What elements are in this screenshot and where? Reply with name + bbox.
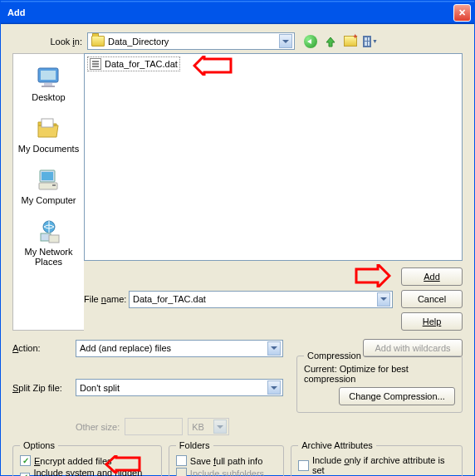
svg-rect-11 bbox=[49, 235, 59, 243]
places-desktop-label: Desktop bbox=[32, 92, 65, 102]
svg-rect-2 bbox=[44, 83, 52, 86]
file-item[interactable]: Data_for_TAC.dat bbox=[87, 56, 180, 71]
lookin-dropdown-button[interactable] bbox=[279, 34, 292, 48]
options-fieldset: Options Encrypt added files Include syst… bbox=[12, 440, 162, 476]
view-icon bbox=[363, 36, 371, 47]
compression-fieldset: Compression Current: Optimize for best c… bbox=[296, 351, 463, 413]
back-button[interactable] bbox=[303, 34, 318, 49]
my-network-places-icon bbox=[36, 218, 62, 245]
include-hidden-checkbox-row[interactable]: Include system and hidden files bbox=[20, 468, 154, 476]
lookin-label: Look in: bbox=[12, 37, 87, 47]
compression-legend: Compression bbox=[304, 351, 365, 361]
include-only-archive-label: Include only if archive attribute is set bbox=[312, 455, 455, 475]
up-one-level-button[interactable] bbox=[323, 34, 338, 49]
up-arrow-icon bbox=[324, 35, 337, 48]
places-my-computer[interactable]: My Computer bbox=[19, 164, 77, 209]
bottom-fieldset-row: Options Encrypt added files Include syst… bbox=[12, 440, 463, 476]
places-bar: Desktop My Documents My Computer bbox=[12, 53, 84, 331]
chevron-down-icon: ▼ bbox=[372, 38, 378, 44]
svg-rect-3 bbox=[42, 86, 55, 87]
include-subfolders-label: Include subfolders bbox=[190, 469, 264, 477]
nav-icons: ▼ bbox=[303, 34, 378, 49]
titlebar[interactable]: Add ✕ bbox=[1, 1, 474, 24]
include-only-archive-row[interactable]: Include only if archive attribute is set bbox=[298, 455, 455, 475]
other-size-unit: KB bbox=[192, 422, 204, 432]
back-icon bbox=[304, 35, 317, 48]
split-combo[interactable]: Don't split bbox=[76, 379, 283, 396]
annotation-arrow-file bbox=[193, 56, 233, 76]
other-size-row: Other size: KB bbox=[76, 418, 463, 435]
filename-dropdown-button[interactable] bbox=[377, 292, 390, 307]
svg-rect-6 bbox=[42, 172, 53, 180]
encrypt-label: Encrypt added files bbox=[34, 456, 112, 466]
other-size-unit-dropdown bbox=[213, 420, 227, 434]
my-documents-icon bbox=[35, 115, 61, 142]
my-computer-icon bbox=[36, 167, 62, 194]
save-full-path-row[interactable]: Save full path info bbox=[176, 455, 277, 466]
help-button[interactable]: Help bbox=[401, 312, 463, 331]
desktop-icon bbox=[35, 64, 61, 91]
cancel-button[interactable]: Cancel bbox=[401, 290, 463, 308]
filename-label: File name: bbox=[84, 294, 129, 304]
close-button[interactable]: ✕ bbox=[453, 4, 471, 22]
archive-attributes-fieldset: Archive Attributes Include only if archi… bbox=[291, 440, 463, 476]
split-value: Don't split bbox=[80, 383, 120, 393]
lower-area: Action: Add (and replace) files Add with… bbox=[12, 339, 463, 476]
include-hidden-label: Include system and hidden files bbox=[33, 468, 154, 476]
split-dropdown-button[interactable] bbox=[267, 380, 281, 395]
split-label: Split Zip file: bbox=[12, 383, 69, 393]
lookin-combo[interactable]: Data_Directory bbox=[87, 32, 295, 50]
other-size-label: Other size: bbox=[76, 422, 120, 432]
action-dropdown-button[interactable] bbox=[267, 341, 281, 356]
places-desktop[interactable]: Desktop bbox=[30, 61, 66, 106]
folders-fieldset: Folders Save full path info Include subf… bbox=[169, 440, 284, 476]
main-buttons: Add Cancel Help bbox=[401, 267, 463, 331]
other-size-unit-combo: KB bbox=[188, 418, 229, 435]
split-row: Split Zip file: Don't split Compression … bbox=[12, 362, 463, 413]
action-combo[interactable]: Add (and replace) files bbox=[76, 340, 283, 357]
annotation-arrow-add bbox=[355, 264, 391, 287]
lookin-value: Data_Directory bbox=[108, 37, 169, 47]
file-list[interactable]: Data_for_TAC.dat bbox=[84, 53, 463, 261]
encrypt-checkbox-row[interactable]: Encrypt added files bbox=[20, 455, 154, 466]
view-menu-button[interactable]: ▼ bbox=[363, 34, 378, 49]
filename-row: File name: Data_for_TAC.dat Add Cancel H… bbox=[84, 267, 463, 331]
encrypt-checkbox[interactable] bbox=[20, 455, 31, 466]
add-dialog-window: Add ✕ Look in: Data_Directory ▼ bbox=[0, 0, 475, 476]
include-subfolders-row: Include subfolders bbox=[176, 468, 277, 476]
dat-file-icon bbox=[90, 58, 101, 70]
main-area: Desktop My Documents My Computer bbox=[12, 53, 463, 331]
places-my-network-label: My Network Places bbox=[17, 247, 81, 267]
include-hidden-checkbox[interactable] bbox=[20, 473, 30, 477]
other-size-input bbox=[125, 418, 183, 435]
filename-value: Data_for_TAC.dat bbox=[133, 294, 206, 304]
places-my-documents-label: My Documents bbox=[18, 144, 79, 154]
include-only-archive-checkbox[interactable] bbox=[298, 460, 309, 471]
filename-input[interactable]: Data_for_TAC.dat bbox=[129, 291, 393, 308]
window-title: Add bbox=[7, 7, 453, 17]
places-my-documents[interactable]: My Documents bbox=[17, 112, 81, 157]
archive-attrs-legend: Archive Attributes bbox=[298, 440, 376, 450]
places-my-computer-label: My Computer bbox=[21, 195, 76, 205]
new-folder-icon bbox=[344, 36, 357, 47]
folder-icon bbox=[91, 36, 105, 47]
compression-current: Current: Optimize for best compression bbox=[304, 364, 455, 384]
new-folder-button[interactable] bbox=[343, 34, 358, 49]
svg-rect-1 bbox=[41, 71, 56, 80]
svg-rect-8 bbox=[52, 184, 56, 186]
save-full-path-label: Save full path info bbox=[190, 456, 262, 466]
save-full-path-checkbox[interactable] bbox=[176, 455, 187, 466]
lookin-row: Look in: Data_Directory ▼ bbox=[12, 32, 463, 50]
file-item-name: Data_for_TAC.dat bbox=[105, 59, 178, 69]
options-legend: Options bbox=[20, 440, 58, 450]
include-subfolders-checkbox bbox=[176, 468, 187, 476]
file-browser-right: Data_for_TAC.dat File name: Data_for_TAC… bbox=[84, 53, 463, 331]
svg-rect-4 bbox=[42, 119, 53, 127]
close-icon: ✕ bbox=[458, 7, 466, 18]
add-button[interactable]: Add bbox=[401, 267, 463, 286]
action-value: Add (and replace) files bbox=[80, 343, 171, 353]
folders-legend: Folders bbox=[176, 440, 213, 450]
change-compression-button[interactable]: Change Compression... bbox=[339, 387, 455, 405]
content-area: Look in: Data_Directory ▼ bbox=[1, 24, 474, 475]
places-my-network[interactable]: My Network Places bbox=[15, 215, 82, 270]
